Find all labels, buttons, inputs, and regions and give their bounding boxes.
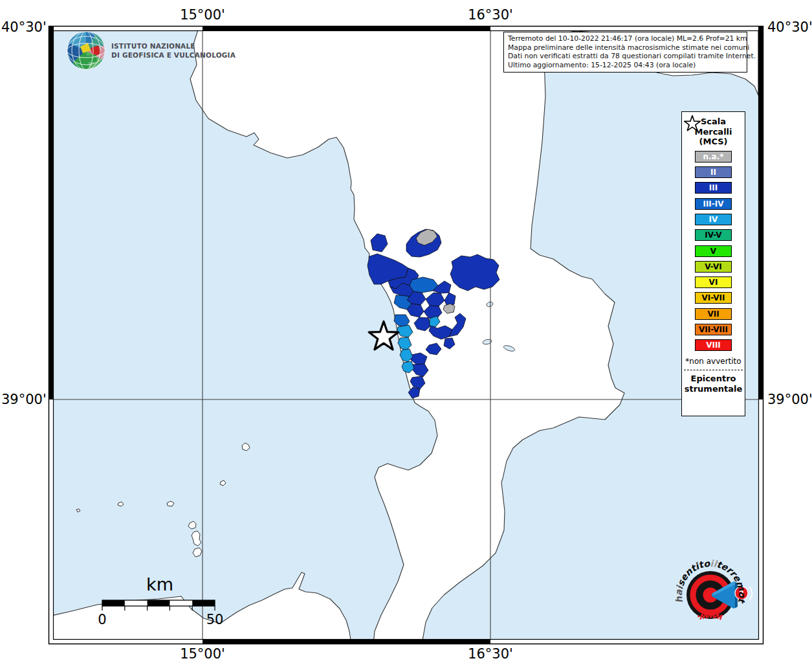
epicenter-label: Epicentro strumentale <box>682 374 745 394</box>
legend-swatch-ii: II <box>695 166 732 178</box>
frame-black-segment-right <box>758 27 763 400</box>
scale-bar-segment <box>148 600 170 606</box>
legend-swatch-na: n.a.* <box>695 151 732 163</box>
lon-label-bottom-east: 16°30' <box>468 646 513 662</box>
scale-start-label: 0 <box>98 612 106 627</box>
legend-swatch-vi: VI <box>695 276 732 288</box>
info-line-event: Terremoto del 10-10-2022 21:46:17 (ora l… <box>508 34 743 43</box>
legend-star-shape <box>685 116 700 131</box>
legend-swatch-iv-v: IV-V <box>695 229 732 241</box>
info-line-updated: Ultimo aggiornamento: 15-12-2025 04:43 (… <box>508 61 743 70</box>
legend-swatch-v-vi: V-VI <box>695 261 732 273</box>
wm-seg-it: .it <box>0 0 4 2</box>
lat-label-top-right: 40°30' <box>767 19 812 35</box>
lon-label-top-east: 16°30' <box>468 7 513 23</box>
info-line-data-source: Dati non verificati estratti da 78 quest… <box>508 52 743 61</box>
legend-swatch-vi-vii: VI-VII <box>695 292 732 304</box>
frame-black-segment-top <box>203 27 490 32</box>
scale-unit-label: km <box>146 574 173 594</box>
legend-title-line: (MCS) <box>682 137 745 147</box>
mercalli-legend: Scala Mercalli (MCS) n.a.* II III III-IV… <box>681 111 745 416</box>
lon-label-bottom-west: 15°00' <box>180 646 225 662</box>
scale-bar-segment <box>192 600 215 606</box>
municipality-polygon <box>450 254 499 291</box>
scale-bar-segment <box>102 600 125 606</box>
legend-swatch-iv: IV <box>695 214 732 225</box>
earthquake-info-box: Terremoto del 10-10-2022 21:46:17 (ora l… <box>503 32 747 73</box>
macroseismic-map-page: ISTITUTO NAZIONALE DI GEOFISICA E VULCAN… <box>0 0 812 663</box>
legend-star-icon <box>682 114 703 133</box>
lon-label-top-west: 15°00' <box>180 7 225 23</box>
frame-black-segment-left <box>49 27 54 400</box>
epicenter-label-line: Epicentro <box>682 374 745 384</box>
frame-black-segment-bottom <box>203 639 490 644</box>
legend-divider <box>684 370 743 370</box>
legend-swatch-iii: III <box>695 182 732 194</box>
lat-label-top-left: 40°30' <box>1 19 47 35</box>
scale-end-label: 50 <box>206 612 224 627</box>
lat-label-mid-right: 39°00' <box>767 392 812 407</box>
ingv-name-line2: DI GEOFISICA E VULCANOLOGIA <box>111 51 236 59</box>
legend-footnote: *non avvertito <box>682 357 745 366</box>
legend-swatch-vii: VII <box>695 308 732 320</box>
lat-label-mid-left: 39°00' <box>1 392 47 407</box>
legend-swatch-v: V <box>695 245 732 257</box>
legend-swatch-viii: VIII <box>695 339 732 351</box>
legend-swatch-vii-viii: VII-VIII <box>695 324 732 335</box>
ingv-name-line1: ISTITUTO NAZIONALE <box>111 42 195 50</box>
epicenter-label-line: strumentale <box>682 384 745 394</box>
info-line-map-type: Mappa preliminare delle intensità macros… <box>508 43 743 52</box>
legend-swatch-iii-iv: III-IV <box>695 198 732 210</box>
